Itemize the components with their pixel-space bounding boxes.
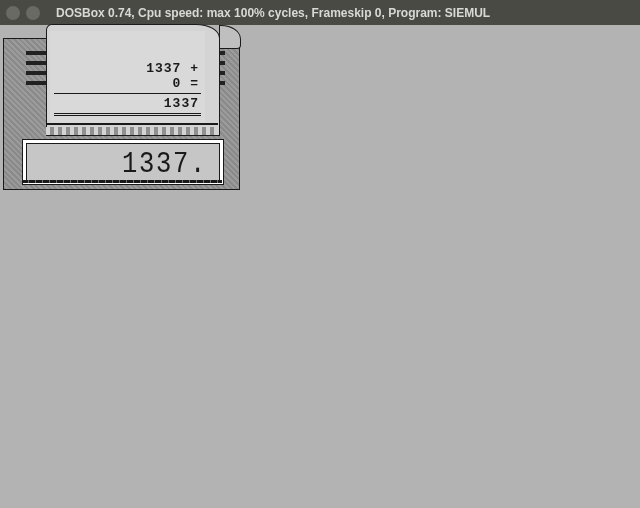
paper-tear-edge	[46, 123, 218, 135]
base-trim	[22, 180, 222, 183]
paper-tape: 1337 + 0 = 1337	[50, 31, 205, 123]
lcd-screen: 1337.	[26, 143, 220, 181]
paper-roll-curl	[219, 25, 241, 49]
paper-guide	[26, 81, 46, 85]
paper-guide	[26, 51, 46, 55]
window-titlebar: DOSBox 0.74, Cpu speed: max 100% cycles,…	[0, 0, 640, 25]
lcd-display: 1337.	[122, 147, 207, 181]
close-icon[interactable]	[6, 6, 20, 20]
app-viewport: 1337 + 0 = 1337 1337.	[0, 25, 640, 508]
paper-guide	[26, 71, 46, 75]
paper-guide	[26, 61, 46, 65]
minimize-icon[interactable]	[26, 6, 40, 20]
tape-line: 0 =	[50, 76, 205, 91]
tape-line: 1337 +	[50, 61, 205, 76]
window-title: DOSBox 0.74, Cpu speed: max 100% cycles,…	[56, 6, 490, 20]
tape-line: 1337	[50, 96, 205, 111]
lcd-frame: 1337.	[22, 139, 224, 185]
calculator-body: 1337 + 0 = 1337 1337.	[3, 38, 240, 190]
